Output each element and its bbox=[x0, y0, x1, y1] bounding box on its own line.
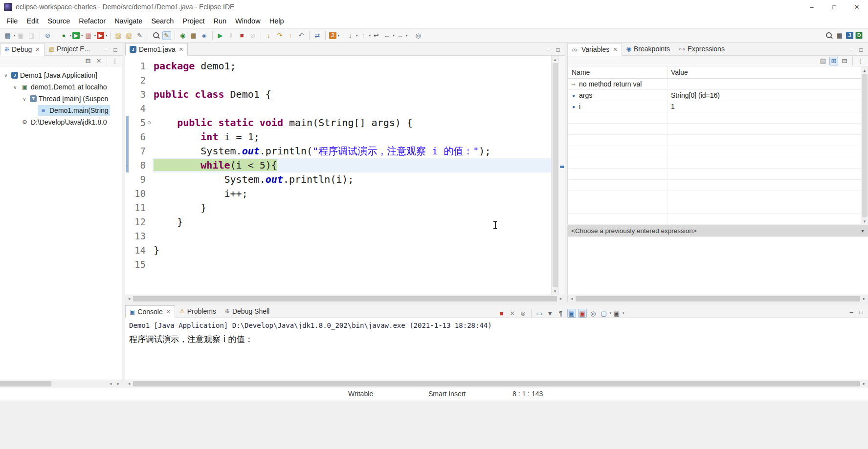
fold-collapse-icon[interactable]: ⊖ bbox=[146, 116, 153, 130]
run-external-tools-dropdown-arrow-icon[interactable]: ▾ bbox=[106, 34, 108, 38]
code-line-text[interactable]: public static void main(String[] args) { bbox=[153, 116, 551, 130]
debug-tree-item[interactable]: ∨TThread [main] (Suspen bbox=[0, 93, 122, 105]
last-edit-location-icon[interactable]: ↩ bbox=[372, 31, 380, 40]
tree-expander-icon[interactable]: ∨ bbox=[11, 85, 19, 90]
collapse-all-icon[interactable]: ⊟ bbox=[84, 57, 92, 65]
code-line-text[interactable] bbox=[153, 229, 551, 243]
remove-all-terminated-icon[interactable]: ✕ bbox=[94, 57, 103, 65]
overview-current-line-marker[interactable] bbox=[560, 166, 564, 168]
step-return-icon[interactable]: ↑ bbox=[286, 31, 295, 40]
tree-expander-icon[interactable]: ∨ bbox=[21, 96, 28, 102]
column-header-value[interactable]: Value bbox=[668, 68, 861, 76]
annotation-ruler[interactable] bbox=[125, 116, 130, 130]
scroll-right-arrow-icon[interactable]: ▸ bbox=[114, 381, 122, 386]
pin-editor-icon[interactable]: ◎ bbox=[414, 31, 423, 40]
drop-to-frame-icon[interactable]: ↶ bbox=[297, 31, 306, 40]
debug-tree-item[interactable]: ⚙D:\Develop\Java\jdk1.8.0 bbox=[0, 116, 122, 128]
window-maximize-button[interactable]: □ bbox=[823, 0, 846, 14]
code-line-text[interactable] bbox=[153, 102, 551, 116]
variable-row[interactable]: ●argsString[0] (id=16) bbox=[568, 90, 861, 101]
new-java-class-icon[interactable]: ◉ bbox=[178, 31, 187, 40]
column-header-name[interactable]: Name bbox=[568, 66, 668, 78]
annotation-ruler[interactable] bbox=[125, 172, 130, 187]
maximize-view-button[interactable]: □ bbox=[553, 44, 563, 55]
new-wizard-dropdown-arrow-icon[interactable]: ▾ bbox=[14, 34, 16, 38]
minimize-view-button[interactable]: – bbox=[101, 44, 111, 55]
run-last-launched-icon[interactable]: J bbox=[329, 32, 336, 39]
scrollbar-thumb[interactable] bbox=[0, 381, 51, 386]
resume-icon[interactable]: ▶ bbox=[216, 31, 225, 40]
remove-all-terminated-launches-icon[interactable]: ⊗ bbox=[519, 309, 528, 318]
scrollbar-thumb[interactable] bbox=[133, 381, 860, 386]
toggle-mark-occurrences-icon[interactable]: ✎ bbox=[162, 31, 171, 40]
annotation-ruler[interactable] bbox=[125, 130, 130, 144]
scroll-right-arrow-icon[interactable]: ▸ bbox=[860, 296, 868, 301]
scroll-down-arrow-icon[interactable]: ▾ bbox=[861, 217, 868, 225]
run-icon[interactable]: ▶ bbox=[72, 32, 80, 39]
window-minimize-button[interactable]: – bbox=[801, 0, 823, 14]
window-close-button[interactable]: ✕ bbox=[846, 0, 868, 14]
tab-demo1-java[interactable]: JDemo1.java✕ bbox=[125, 43, 188, 56]
scroll-left-arrow-icon[interactable]: ◂ bbox=[125, 296, 133, 301]
annotation-ruler[interactable] bbox=[125, 243, 130, 257]
scroll-down-arrow-icon[interactable]: ▾ bbox=[552, 287, 559, 295]
scrollbar-thumb[interactable] bbox=[553, 63, 558, 287]
scroll-up-arrow-icon[interactable]: ▴ bbox=[552, 56, 559, 63]
forward-dropdown-arrow-icon[interactable]: ▾ bbox=[406, 34, 408, 38]
annotate-icon[interactable]: ✎ bbox=[135, 31, 144, 40]
debug-tree-item[interactable]: ∨JDemo1 [Java Application] bbox=[0, 69, 122, 81]
new-package-icon[interactable]: ▦ bbox=[189, 31, 198, 40]
coverage-icon[interactable]: ▥ bbox=[84, 31, 93, 40]
quick-search-icon[interactable] bbox=[824, 31, 833, 40]
close-icon[interactable]: ✕ bbox=[35, 46, 40, 53]
scrollbar-thumb[interactable] bbox=[576, 296, 860, 301]
open-console-dropdown-arrow-icon[interactable]: ▾ bbox=[623, 311, 624, 315]
collapse-all-icon[interactable]: ⊟ bbox=[840, 57, 849, 65]
run-last-launched-dropdown-arrow-icon[interactable]: ▾ bbox=[338, 34, 340, 38]
open-folder-icon[interactable]: ▧ bbox=[125, 31, 134, 40]
open-type-icon[interactable]: ◈ bbox=[200, 31, 209, 40]
close-icon[interactable]: ✕ bbox=[179, 46, 183, 53]
forward-icon[interactable]: → bbox=[396, 31, 404, 40]
open-perspective-icon[interactable]: ▦ bbox=[835, 31, 844, 40]
close-icon[interactable]: ✕ bbox=[613, 46, 617, 53]
annotation-ruler[interactable] bbox=[125, 73, 130, 87]
code-line-text[interactable]: i++; bbox=[153, 187, 551, 201]
scroll-up-arrow-icon[interactable]: ▴ bbox=[861, 66, 868, 74]
step-into-icon[interactable]: ↓ bbox=[265, 31, 273, 40]
next-annotation-icon[interactable]: ↓ bbox=[346, 31, 355, 40]
close-icon[interactable]: ✕ bbox=[166, 309, 171, 315]
code-editor[interactable]: 1package demo1;23public class Demo1 {45⊖… bbox=[125, 56, 551, 295]
annotation-ruler[interactable] bbox=[125, 187, 130, 201]
terminate-icon[interactable]: ■ bbox=[238, 31, 246, 40]
annotation-ruler[interactable] bbox=[125, 144, 130, 158]
tab-debug-shell[interactable]: ❉Debug Shell bbox=[221, 305, 274, 318]
annotation-ruler[interactable] bbox=[125, 215, 130, 229]
scroll-right-arrow-icon[interactable]: ▸ bbox=[860, 381, 868, 386]
code-line-text[interactable]: int i = 1; bbox=[153, 130, 551, 144]
show-logical-structure-icon[interactable]: ⊞ bbox=[829, 57, 838, 65]
menu-run[interactable]: Run bbox=[209, 14, 231, 28]
scrollbar-thumb[interactable] bbox=[862, 74, 868, 217]
menu-file[interactable]: File bbox=[2, 14, 22, 28]
view-menu-icon[interactable]: ⋮ bbox=[856, 57, 865, 65]
menu-navigate[interactable]: Navigate bbox=[110, 14, 147, 28]
code-line-text[interactable]: } bbox=[153, 201, 551, 215]
menu-help[interactable]: Help bbox=[265, 14, 289, 28]
debug-tree-item[interactable]: ∨▣demo1.Demo1 at localho bbox=[0, 81, 122, 93]
scroll-left-arrow-icon[interactable]: ◂ bbox=[568, 296, 576, 301]
scrollbar-thumb[interactable] bbox=[133, 296, 557, 301]
remove-launch-icon[interactable]: ✕ bbox=[508, 309, 517, 318]
previous-annotation-dropdown-arrow-icon[interactable]: ▾ bbox=[369, 34, 371, 38]
skip-all-breakpoints-icon[interactable]: ⊘ bbox=[44, 31, 52, 40]
annotation-ruler[interactable] bbox=[125, 257, 130, 272]
perspective-debug-icon[interactable]: D bbox=[855, 32, 863, 39]
code-line-text[interactable]: } bbox=[153, 243, 551, 257]
tab-problems[interactable]: ⚠Problems bbox=[175, 305, 221, 318]
scroll-lock-icon[interactable]: ▼ bbox=[546, 309, 555, 318]
tab-expressions[interactable]: x+yExpressions bbox=[674, 43, 729, 55]
word-wrap-icon[interactable]: ¶ bbox=[556, 309, 565, 318]
chevron-down-icon[interactable]: ▾ bbox=[857, 228, 868, 234]
code-line-text[interactable]: public class Demo1 { bbox=[153, 87, 551, 102]
pin-console-icon[interactable]: ◎ bbox=[589, 309, 598, 318]
